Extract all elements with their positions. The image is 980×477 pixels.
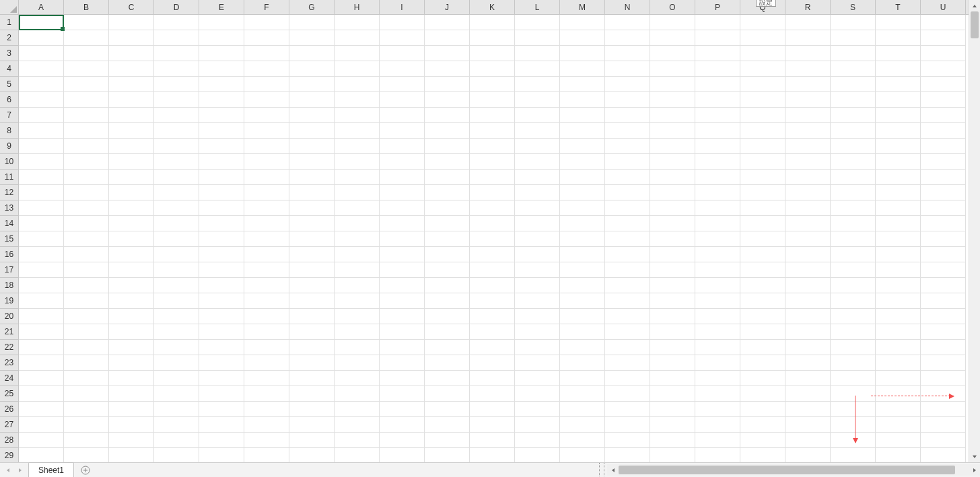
cell[interactable] — [380, 154, 425, 170]
cell[interactable] — [831, 15, 876, 30]
cell[interactable] — [380, 185, 425, 200]
scroll-left-button[interactable] — [607, 464, 619, 476]
cell[interactable] — [695, 448, 740, 462]
cell[interactable] — [560, 262, 605, 278]
cell[interactable] — [154, 123, 199, 139]
cell[interactable] — [695, 309, 740, 324]
cell[interactable] — [650, 433, 695, 448]
cell[interactable] — [380, 262, 425, 278]
cell[interactable] — [199, 92, 244, 108]
cell[interactable] — [19, 92, 64, 108]
cell[interactable] — [470, 61, 515, 77]
cell[interactable] — [470, 108, 515, 123]
cell[interactable] — [109, 61, 154, 77]
column-header[interactable]: T — [876, 0, 921, 15]
cell[interactable] — [109, 247, 154, 262]
cell[interactable] — [244, 139, 289, 154]
cell[interactable] — [921, 247, 966, 262]
cell[interactable] — [109, 139, 154, 154]
cell[interactable] — [335, 92, 380, 108]
cell[interactable] — [425, 278, 470, 293]
sheet-nav-prev[interactable] — [4, 466, 12, 474]
cell[interactable] — [740, 185, 785, 200]
cell[interactable] — [199, 417, 244, 433]
cell[interactable] — [64, 231, 109, 247]
cell[interactable] — [380, 340, 425, 355]
cell[interactable] — [695, 402, 740, 417]
cell[interactable] — [335, 433, 380, 448]
cell[interactable] — [380, 92, 425, 108]
cell[interactable] — [199, 247, 244, 262]
cell[interactable] — [831, 278, 876, 293]
cell[interactable] — [425, 324, 470, 340]
cell[interactable] — [650, 448, 695, 462]
row-header[interactable]: 9 — [0, 139, 18, 154]
cell[interactable] — [605, 108, 650, 123]
cell[interactable] — [335, 123, 380, 139]
cell[interactable] — [515, 324, 560, 340]
cell[interactable] — [19, 231, 64, 247]
cell[interactable] — [154, 247, 199, 262]
cell[interactable] — [785, 46, 831, 61]
cell[interactable] — [740, 433, 785, 448]
cell[interactable] — [831, 92, 876, 108]
cell[interactable] — [560, 123, 605, 139]
cell[interactable] — [515, 170, 560, 185]
cell[interactable] — [650, 123, 695, 139]
cell[interactable] — [380, 433, 425, 448]
horizontal-scroll-thumb[interactable] — [619, 466, 955, 474]
cell[interactable] — [876, 402, 921, 417]
row-header[interactable]: 14 — [0, 216, 18, 231]
cell[interactable] — [740, 309, 785, 324]
cell[interactable] — [921, 355, 966, 371]
cell[interactable] — [64, 324, 109, 340]
cell[interactable] — [650, 309, 695, 324]
cell[interactable] — [876, 262, 921, 278]
cell[interactable] — [289, 293, 335, 309]
cell[interactable] — [921, 402, 966, 417]
cell[interactable] — [605, 402, 650, 417]
cell[interactable] — [154, 293, 199, 309]
cell[interactable] — [154, 340, 199, 355]
cell[interactable] — [831, 293, 876, 309]
column-header[interactable]: U — [921, 0, 966, 15]
cell[interactable] — [109, 355, 154, 371]
cell[interactable] — [785, 448, 831, 462]
cell[interactable] — [876, 77, 921, 92]
cell[interactable] — [785, 61, 831, 77]
cell[interactable] — [244, 231, 289, 247]
cell[interactable] — [154, 170, 199, 185]
cell[interactable] — [785, 417, 831, 433]
cell[interactable] — [921, 92, 966, 108]
cell[interactable] — [335, 154, 380, 170]
cell[interactable] — [515, 200, 560, 216]
cell[interactable] — [470, 46, 515, 61]
cell[interactable] — [876, 30, 921, 46]
cell[interactable] — [470, 170, 515, 185]
cell[interactable] — [154, 324, 199, 340]
cell[interactable] — [425, 92, 470, 108]
cell[interactable] — [695, 293, 740, 309]
cell[interactable] — [289, 154, 335, 170]
cell[interactable] — [515, 386, 560, 402]
cell[interactable] — [244, 61, 289, 77]
cell[interactable] — [380, 231, 425, 247]
cell[interactable] — [560, 247, 605, 262]
cell[interactable] — [19, 355, 64, 371]
cell[interactable] — [515, 216, 560, 231]
cell[interactable] — [109, 185, 154, 200]
cell[interactable] — [605, 92, 650, 108]
row-header[interactable]: 20 — [0, 309, 18, 324]
cell[interactable] — [335, 417, 380, 433]
cell[interactable] — [605, 123, 650, 139]
cell[interactable] — [154, 30, 199, 46]
cell[interactable] — [109, 402, 154, 417]
cell[interactable] — [64, 386, 109, 402]
cell[interactable] — [154, 139, 199, 154]
cell[interactable] — [425, 355, 470, 371]
cell[interactable] — [244, 309, 289, 324]
cell[interactable] — [650, 139, 695, 154]
cell[interactable] — [199, 402, 244, 417]
column-header[interactable]: C — [109, 0, 154, 15]
cell[interactable] — [560, 309, 605, 324]
